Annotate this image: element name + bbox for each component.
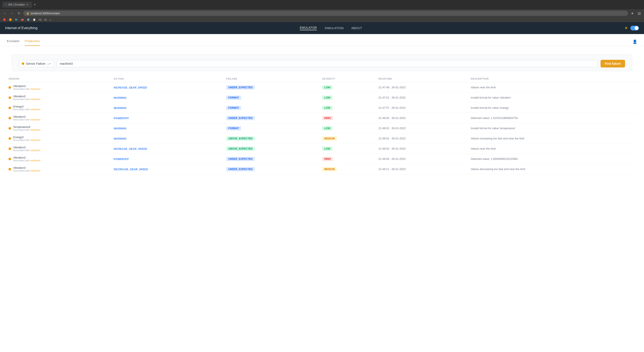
tab-close-button[interactable]: ✕	[26, 3, 28, 6]
url-bar[interactable]: 🔒 localhost:3000/emulator	[23, 11, 628, 16]
bookmark-item[interactable]: F6	[38, 18, 42, 21]
sensor-association: Associated with machine3	[13, 129, 40, 131]
sensor-association: Associated with machine3	[13, 108, 40, 111]
filter-section: Sensor Failure ▲▼ Find failure	[0, 46, 644, 71]
sensor-machine-link[interactable]: machine3	[30, 98, 40, 100]
description-cell: Values near the limit	[468, 144, 638, 154]
failure-badge: UNDER_EXPECTED	[226, 157, 255, 161]
sensor-machine-link[interactable]: machine3	[30, 129, 40, 131]
new-tab-button[interactable]: +	[34, 2, 36, 7]
severity-badge: LOW	[322, 85, 332, 90]
sensor-association: Associated with machine3	[13, 139, 40, 141]
sensor-status-dot	[8, 147, 11, 150]
table-row: Vibration3 Associated with machine3 POWE…	[6, 113, 638, 123]
nav-emulator[interactable]: EMULATOR	[300, 26, 317, 30]
tab-production[interactable]: Production	[25, 37, 40, 46]
failure-badge: ABOVE_EXPECTED	[226, 136, 255, 141]
description-cell: Invalid format for value 'temperature'	[468, 123, 638, 133]
sensor-status-dot	[8, 86, 11, 89]
action-badge: DECREASE_GEAR_SPEED	[114, 168, 148, 171]
url-text: localhost:3000/emulator	[31, 12, 60, 15]
app-nav: EMULATOR SIMULATION ABOUT	[300, 26, 362, 30]
browser-tab[interactable]: ⬡ IOE | Emulator ✕	[2, 2, 32, 8]
bookmark-item[interactable]: 🔴	[2, 18, 7, 21]
table-row: Vibration3 Associated with machine3 WARN…	[6, 93, 638, 103]
app-header: Internet of Everything EMULATOR SIMULATI…	[0, 22, 644, 34]
sensor-machine-link[interactable]: machine3	[30, 149, 40, 152]
bookmark-item[interactable]: 🐙	[20, 18, 25, 21]
severity-badge: HIGH	[322, 157, 333, 161]
tab-emulator[interactable]: Emulator	[7, 37, 20, 46]
col-readtime: READTIME	[376, 75, 468, 82]
failure-badge: UNDER_EXPECTED	[226, 85, 255, 90]
forward-button[interactable]: →	[9, 11, 15, 16]
machine-input[interactable]	[57, 60, 598, 67]
col-description: DESCRIPTION	[468, 75, 638, 82]
failure-badge: FORMAT	[226, 106, 241, 110]
nav-simulation[interactable]: SIMULATION	[324, 26, 344, 30]
sensor-name: Energy3	[13, 105, 40, 108]
table-row: Vibration3 Associated with machine3 DECR…	[6, 164, 638, 174]
sensor-machine-link[interactable]: machine3	[30, 139, 40, 141]
description-cell: Detected value: 1.0153312885663754	[468, 113, 638, 123]
col-severity: SEVERITY	[320, 75, 376, 82]
sensor-machine-link[interactable]: machine3	[30, 118, 40, 121]
col-failure: FAILURE	[224, 75, 320, 82]
bookmark-item[interactable]: 📋	[32, 18, 37, 21]
description-cell: Values increasing too fast and near the …	[468, 133, 638, 144]
sensor-association: Associated with machine3	[13, 149, 40, 152]
readtime-cell: 21:48:04 · 26-01-2022	[376, 154, 468, 164]
sensor-association: Associated with machine3	[13, 169, 40, 172]
table-row: Energy3 Associated with machine3 WARNING…	[6, 103, 638, 113]
sensor-status-dot	[8, 96, 11, 99]
sensor-type-selector[interactable]: Sensor Failure ▲▼	[19, 60, 54, 67]
description-cell: Values decreasing too fast and near the …	[468, 164, 638, 174]
action-badge: WARNING	[114, 107, 126, 110]
col-action: ACTION	[111, 75, 224, 82]
bookmark-item[interactable]: 🐦	[14, 18, 19, 21]
sensor-name: Temperature4	[13, 125, 40, 129]
sensor-name: Vibration3	[13, 166, 40, 169]
profile-icon[interactable]: 👤	[632, 39, 637, 44]
bookmark-item[interactable]: 🟠	[8, 18, 13, 21]
bookmark-item[interactable]: Kt	[44, 18, 48, 21]
table-row: Temperature4 Associated with machine3 WA…	[6, 123, 638, 133]
theme-toggle[interactable]	[630, 26, 639, 30]
sensor-status-dot	[8, 137, 11, 140]
sensor-name: Vibration3	[13, 146, 40, 149]
sensor-association: Associated with machine3	[13, 118, 40, 121]
sensor-name: Vibration3	[13, 115, 40, 118]
data-table: SENSOR ACTION FAILURE SEVERITY READTIME …	[6, 75, 638, 174]
security-icon: 🔒	[26, 12, 30, 15]
refresh-button[interactable]: ↻	[16, 11, 22, 16]
readtime-cell: 21:47:49 · 26-01-2022	[376, 82, 468, 93]
bookmark-item[interactable]: ⚙️	[26, 18, 31, 21]
col-sensor: SENSOR	[6, 75, 111, 82]
description-cell: Values near the limit	[468, 82, 638, 93]
severity-badge: LOW	[322, 147, 332, 151]
table-container: SENSOR ACTION FAILURE SEVERITY READTIME …	[0, 75, 644, 180]
header-actions: ☀	[624, 26, 639, 30]
sensor-status-dot	[8, 127, 11, 130]
failure-badge: ABOVE_EXPECTED	[226, 147, 255, 151]
find-failure-button[interactable]: Find failure	[600, 60, 625, 67]
action-badge: WARNING	[114, 137, 126, 140]
back-button[interactable]: ←	[2, 11, 8, 16]
tab-title: IOE | Emulator	[8, 3, 25, 6]
sensor-machine-link[interactable]: machine3	[30, 159, 40, 162]
bookmark-button[interactable]: ★	[630, 11, 635, 16]
table-row: Energy3 Associated with machine3 WARNING…	[6, 133, 638, 144]
sensor-machine-link[interactable]: machine3	[30, 169, 40, 172]
sensor-machine-link[interactable]: machine3	[30, 88, 40, 90]
sensor-machine-link[interactable]: machine3	[30, 108, 40, 111]
table-row: Vibration3 Associated with machine3 POWE…	[6, 154, 638, 164]
nav-about[interactable]: ABOUT	[352, 26, 362, 30]
sensor-name: Energy3	[13, 136, 40, 139]
extensions-button[interactable]: ▤	[636, 11, 642, 16]
sensor-association: Associated with machine3	[13, 159, 40, 162]
tab-favicon: ⬡	[5, 3, 7, 6]
more-bookmarks[interactable]: »	[49, 18, 52, 21]
readtime-cell: 21:48:01 · 26-01-2022	[376, 133, 468, 144]
tabs-bar: Emulator Production 👤	[0, 34, 644, 46]
failure-badge: UNDER_EXPECTED	[226, 116, 255, 120]
